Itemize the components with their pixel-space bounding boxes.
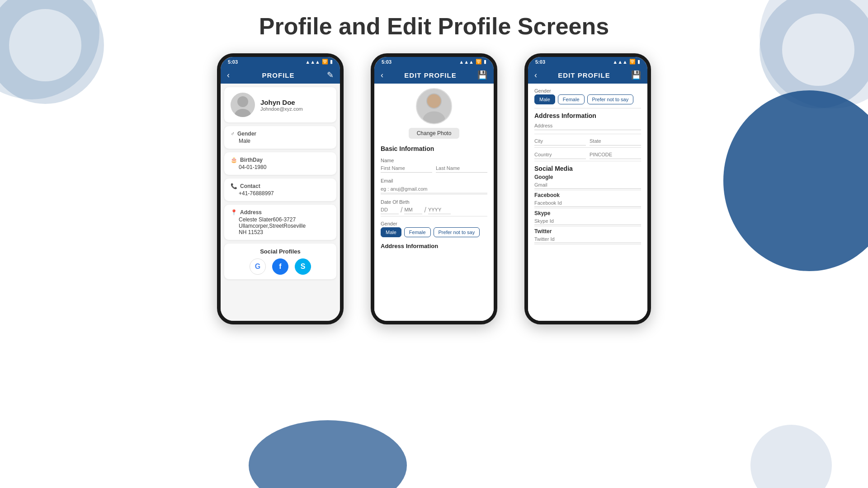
address-label: 📍 Address — [231, 209, 330, 216]
name-label: Name — [381, 158, 487, 163]
gender-prefer-btn-3[interactable]: Prefer not to say — [587, 94, 634, 104]
profile-email: Johndoe@xyz.com — [260, 106, 303, 112]
status-icons-1: ▲▲▲ 🛜 ▮ — [305, 59, 333, 65]
google-divider — [534, 190, 641, 190]
address-value: Celeste Slater606-3727 Ullamcorper,Stree… — [231, 216, 330, 235]
social-icons-row: G f S — [231, 258, 330, 275]
gender-prefer-btn[interactable]: Prefer not to say — [434, 227, 480, 237]
facebook-icon[interactable]: f — [272, 258, 288, 275]
gender-field-group: Gender Male Female Prefer not to say — [381, 221, 487, 237]
facebook-divider — [534, 208, 641, 208]
address-section: 📍 Address Celeste Slater606-3727 Ullamco… — [224, 205, 336, 240]
city-input[interactable] — [534, 137, 586, 145]
gender-female-btn-3[interactable]: Female — [558, 94, 585, 104]
address-icon: 📍 — [231, 209, 237, 216]
nav-title-3: EDIT PROFILE — [558, 71, 610, 79]
nav-title-2: EDIT PROFILE — [404, 71, 456, 79]
gender-options-row: Male Female Prefer not to say — [381, 227, 487, 237]
save-icon-3[interactable]: 💾 — [631, 70, 641, 80]
twitter-input[interactable] — [534, 235, 641, 243]
skype-social-item: Skype — [534, 210, 641, 226]
edit-content-1: Change Photo Basic Information Name — [374, 84, 494, 321]
gender-icon: ♂ — [231, 131, 235, 137]
facebook-label: Facebook — [534, 192, 641, 198]
address-section-3: Address Information — [534, 112, 641, 162]
third-form: Gender Male Female Prefer not to say Add… — [528, 84, 647, 321]
social-title: Social Profiles — [231, 248, 330, 255]
country-input[interactable] — [534, 150, 586, 159]
nav-profile: ‹ PROFILE ✎ — [221, 66, 340, 84]
gender-section-3: Gender Male Female Prefer not to say — [534, 88, 641, 104]
dob-yyyy-input[interactable] — [428, 206, 451, 214]
edit-form-1: Change Photo Basic Information Name — [374, 84, 494, 321]
city-state-divider — [534, 147, 641, 148]
birthday-value: 04-01-1980 — [231, 164, 330, 170]
email-field-group: Email — [381, 178, 487, 196]
address-info-title-2: Address Information — [381, 243, 487, 249]
status-time-3: 5:03 — [535, 59, 545, 65]
skype-icon[interactable]: S — [295, 258, 311, 275]
birthday-section: 🎂 BirthDay 04-01-1980 — [224, 152, 336, 175]
social-media-title: Social Media — [534, 165, 641, 172]
avatar-container: Change Photo — [381, 88, 487, 141]
back-icon-3[interactable]: ‹ — [534, 70, 537, 80]
battery-icon-1: ▮ — [330, 59, 333, 65]
bg-deco-shape-bottom — [249, 420, 407, 488]
phone-edit-1: 5:03 ▲▲▲ 🛜 ▮ ‹ EDIT PROFILE 💾 — [371, 53, 497, 324]
gmail-input[interactable] — [534, 181, 641, 189]
first-name-input[interactable] — [381, 164, 432, 173]
gender-label-edit: Gender — [381, 221, 487, 226]
state-input[interactable] — [590, 137, 641, 145]
edit-content-2: Gender Male Female Prefer not to say Add… — [528, 84, 647, 321]
pincode-input[interactable] — [590, 150, 641, 159]
svg-point-1 — [235, 109, 251, 117]
country-pin-row — [534, 150, 641, 159]
city-state-row — [534, 137, 641, 145]
bg-deco-circle-br — [750, 425, 832, 488]
status-icons-3: ▲▲▲ 🛜 ▮ — [613, 59, 640, 65]
skype-input[interactable] — [534, 217, 641, 225]
address-info-title-3: Address Information — [534, 112, 641, 119]
back-icon-1[interactable]: ‹ — [227, 70, 230, 80]
status-bar-1: 5:03 ▲▲▲ 🛜 ▮ — [221, 57, 340, 66]
name-field-group: Name — [381, 158, 487, 174]
change-photo-button[interactable]: Change Photo — [409, 128, 460, 139]
first-name-field — [381, 164, 432, 173]
email-label: Email — [381, 178, 487, 183]
address-divider — [534, 134, 641, 134]
page-title: Profile and Edit Profile Screens — [0, 0, 868, 40]
dob-mm-input[interactable] — [404, 206, 422, 214]
google-social-item: Google — [534, 174, 641, 190]
status-icons-2: ▲▲▲ 🛜 ▮ — [459, 59, 486, 65]
gender-female-btn[interactable]: Female — [404, 227, 431, 237]
name-row — [381, 164, 487, 173]
battery-icon-3: ▮ — [637, 59, 640, 65]
edit-icon-1[interactable]: ✎ — [327, 70, 334, 80]
wifi-icon-1: 🛜 — [322, 59, 328, 65]
save-icon-2[interactable]: 💾 — [477, 70, 487, 80]
birthday-icon: 🎂 — [231, 157, 237, 163]
status-time-1: 5:03 — [228, 59, 238, 65]
back-icon-2[interactable]: ‹ — [381, 70, 383, 80]
status-bar-3: 5:03 ▲▲▲ 🛜 ▮ — [528, 57, 647, 66]
facebook-input[interactable] — [534, 199, 641, 207]
birthday-label: 🎂 BirthDay — [231, 157, 330, 163]
twitter-divider — [534, 244, 641, 244]
last-name-field — [436, 164, 487, 173]
phone-edit-2: 5:03 ▲▲▲ 🛜 ▮ ‹ EDIT PROFILE 💾 Gender Mal… — [524, 53, 651, 324]
avatar-svg-1 — [231, 93, 255, 117]
google-icon[interactable]: G — [250, 258, 266, 275]
profile-info: Johyn Doe Johndoe@xyz.com — [260, 99, 303, 112]
email-input[interactable] — [381, 185, 487, 193]
gender-label: ♂ Gender — [231, 131, 330, 137]
phone-profile: 5:03 ▲▲▲ 🛜 ▮ ‹ PROFILE ✎ — [217, 53, 344, 324]
phones-container: 5:03 ▲▲▲ 🛜 ▮ ‹ PROFILE ✎ — [0, 53, 868, 324]
gender-male-btn[interactable]: Male — [381, 227, 401, 237]
svg-point-3 — [423, 111, 445, 124]
last-name-input[interactable] — [436, 164, 487, 173]
profile-content: Johyn Doe Johndoe@xyz.com ♂ Gender Male … — [221, 84, 340, 321]
address-input[interactable] — [534, 122, 641, 130]
profile-header: Johyn Doe Johndoe@xyz.com — [224, 87, 336, 122]
gender-male-btn-3[interactable]: Male — [534, 94, 555, 104]
dob-dd-input[interactable] — [381, 206, 399, 214]
